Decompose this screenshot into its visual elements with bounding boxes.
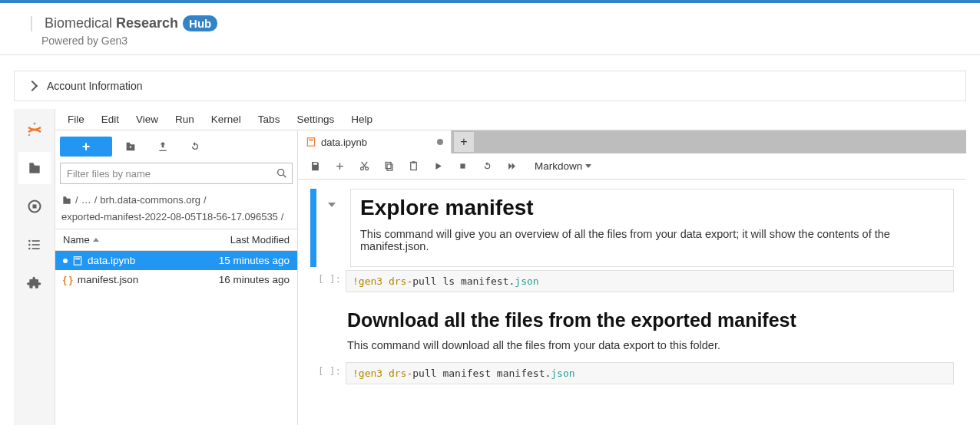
chevron-right-icon [27,81,38,91]
svg-rect-20 [410,163,416,170]
menu-edit[interactable]: Edit [94,110,127,128]
run-all-button[interactable] [501,156,522,177]
sort-caret-icon [93,238,99,242]
svg-rect-12 [74,257,81,265]
menu-settings[interactable]: Settings [289,110,342,128]
svg-rect-18 [387,164,392,170]
svg-point-8 [28,248,31,250]
new-tab-button[interactable]: + [453,131,475,153]
code-cell[interactable]: !gen3 drs-pull ls manifest.json [346,270,954,292]
copy-button[interactable] [378,156,399,177]
run-button[interactable] [427,156,449,177]
menu-view[interactable]: View [128,110,166,128]
running-dot-icon [63,259,68,263]
notebook-toolbar: Markdown [298,153,966,180]
svg-rect-14 [307,138,314,147]
svg-rect-5 [31,240,39,242]
file-row-data-ipynb[interactable]: data.ipynb 15 minutes ago [55,251,297,270]
svg-rect-15 [309,140,313,141]
activity-bar [14,109,55,425]
svg-point-0 [33,123,35,125]
svg-rect-9 [31,248,39,249]
svg-point-1 [28,134,29,136]
search-icon [276,167,288,180]
notebook-icon [306,137,316,147]
logo-divider [31,16,32,31]
site-badge: Hub [183,15,217,31]
cell-prompt: [ ]: [310,270,346,292]
powered-by: Powered by Gen3 [41,35,949,47]
svg-rect-7 [31,244,39,246]
interrupt-button[interactable] [452,156,473,177]
insert-cell-button[interactable] [329,156,350,177]
cell-type-dropdown[interactable]: Markdown [535,160,591,172]
json-icon: { } [63,275,73,285]
save-button[interactable] [304,156,326,177]
site-title: Biomedical Research [45,15,178,31]
sort-by-modified[interactable]: Last Modified [230,234,290,246]
tab-title: data.ipynb [321,137,367,148]
file-row-manifest-json[interactable]: { } manifest.json 16 minutes ago [55,270,297,289]
svg-rect-21 [412,161,415,163]
file-filter-input[interactable] [60,163,293,184]
sort-by-name[interactable]: Name [63,234,99,246]
menu-tabs[interactable]: Tabs [250,110,288,128]
new-launcher-button[interactable]: + [60,137,112,157]
tab-strip: data.ipynb + [298,130,966,153]
desc-download: This command will download all the files… [347,339,954,351]
markdown-cell[interactable]: Explore manifest This command will give … [350,189,954,267]
svg-point-6 [28,244,31,246]
menu-bar: File Edit View Run Kernel Tabs Settings … [55,109,966,130]
upload-button[interactable] [149,137,177,157]
file-modified: 16 minutes ago [219,274,290,285]
heading-download: Download all the files from the exported… [347,309,954,331]
svg-point-10 [278,170,284,176]
svg-rect-13 [75,258,80,259]
jupyter-logo [18,114,51,146]
tab-data-ipynb[interactable]: data.ipynb [298,130,452,153]
file-browser: + / … / brh.data-commons.org / exporte [55,130,298,425]
svg-rect-22 [460,163,465,168]
notebook-body[interactable]: Explore manifest This command will give … [298,180,966,425]
svg-rect-19 [386,163,391,169]
file-modified: 15 minutes ago [219,255,290,266]
account-information-toggle[interactable]: Account Information [14,71,966,101]
cell-prompt: [ ]: [310,362,346,384]
menu-help[interactable]: Help [343,110,380,128]
heading-explore: Explore manifest [360,196,944,220]
paste-button[interactable] [402,156,424,177]
code-cell[interactable]: !gen3 drs-pull manifest manifest.json [346,362,954,384]
running-tab[interactable] [18,190,51,222]
svg-rect-3 [32,205,36,209]
restart-button[interactable] [476,156,498,177]
toc-tab[interactable] [18,229,51,261]
file-name: data.ipynb [88,255,135,266]
file-list-header: Name Last Modified [55,229,297,251]
menu-kernel[interactable]: Kernel [204,110,249,128]
svg-line-11 [283,175,286,177]
folder-icon [61,195,72,206]
refresh-button[interactable] [181,137,209,157]
menu-file[interactable]: File [60,110,92,128]
breadcrumb[interactable]: / … / brh.data-commons.org / exported-ma… [55,189,297,229]
account-label: Account Information [47,80,143,92]
notebook-icon [72,255,83,266]
file-browser-tab[interactable] [18,152,51,184]
cut-button[interactable] [353,156,375,177]
site-header: Biomedical Research Hub Powered by Gen3 [0,3,980,55]
chevron-down-icon [585,164,591,168]
svg-point-4 [28,240,31,242]
collapse-caret-icon[interactable] [328,203,336,207]
notebook-area: data.ipynb + Markdown [298,130,966,425]
extensions-tab[interactable] [18,267,51,299]
markdown-cell[interactable]: Download all the files from the exported… [347,295,954,359]
desc-explore: This command will give you an overview o… [360,228,944,252]
unsaved-dot-icon [437,139,443,145]
new-folder-button[interactable] [117,137,144,157]
file-name: manifest.json [78,274,139,285]
menu-run[interactable]: Run [167,110,202,128]
